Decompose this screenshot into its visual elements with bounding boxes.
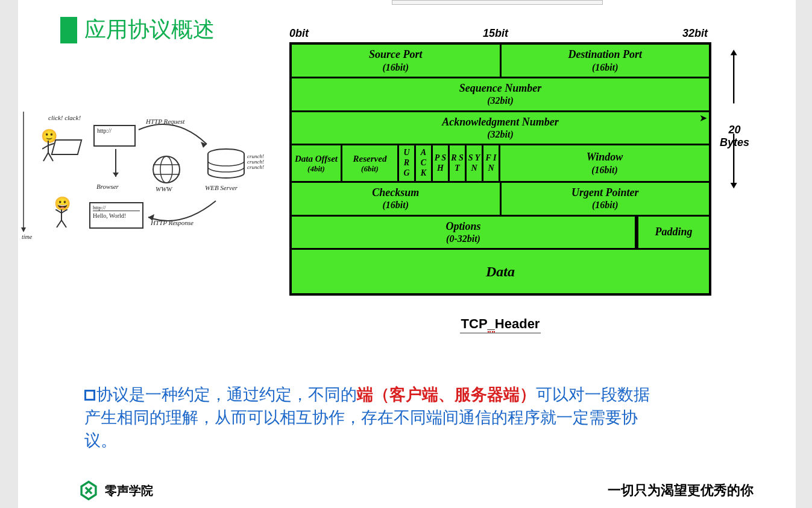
tcp-row-flags: Data Offset (4bit) Reserved (6bit) U R G… xyxy=(292,144,709,180)
tcp-data: Data xyxy=(292,250,709,293)
down-arrow-icon xyxy=(111,149,123,182)
tcp-flag-fin: F I N xyxy=(483,145,500,180)
svg-line-15 xyxy=(61,220,66,227)
svg-line-13 xyxy=(61,209,68,213)
tcp-reserved: Reserved (6bit) xyxy=(342,145,399,180)
label: Padding xyxy=(641,226,707,239)
label: Checksum xyxy=(294,186,497,200)
label: U R G xyxy=(400,148,413,178)
crunch-label: crunch! crunch! crunch! xyxy=(247,154,265,170)
label: P S H xyxy=(434,153,447,174)
svg-line-3 xyxy=(43,153,48,161)
footer: 零声学院 一切只为渴望更优秀的你 xyxy=(78,480,754,501)
label: A C K xyxy=(417,148,430,178)
label: Sequence Number xyxy=(294,82,707,95)
sketch-click-label: click! clack! xyxy=(48,114,81,121)
browser-label: Browser xyxy=(96,183,119,190)
tcp-row-ports: Source Port (16bit) Destination Port (16… xyxy=(292,45,709,77)
webserver-label: WEB Server xyxy=(205,184,238,191)
label: Urgent Pointer xyxy=(504,186,707,200)
desc-part1: 协议是一种约定，通过约定，不同的 xyxy=(96,386,357,404)
globe-icon xyxy=(151,154,182,185)
tcp-ack-number: Acknowledgment Number (32bit) xyxy=(292,112,709,144)
sublabel: (32bit) xyxy=(294,95,707,106)
bit-label-32: 32bit xyxy=(682,27,708,40)
hello-label: Hello, World! xyxy=(93,212,126,219)
tcp-window: Window (16bit) xyxy=(500,145,709,180)
tcp-options: Options (0-32bit) xyxy=(292,217,637,249)
bit-label-15: 15bit xyxy=(483,27,508,40)
label: 20 Bytes xyxy=(720,124,749,149)
label: Data xyxy=(294,263,707,281)
sublabel: (16bit) xyxy=(294,199,497,211)
tcp-row-checksum: Checksum (16bit) Urgent Pointer (16bit) xyxy=(292,181,709,215)
sublabel: (16bit) xyxy=(504,199,707,211)
tcp-row-data: Data xyxy=(292,248,709,293)
footer-brand: 零声学院 xyxy=(105,483,153,499)
server-icon xyxy=(205,148,247,183)
svg-line-1 xyxy=(42,145,48,149)
sublabel: (4bit) xyxy=(294,164,338,174)
label: S Y N xyxy=(468,153,480,174)
label: R S T xyxy=(451,153,464,174)
tcp-data-offset: Data Offset (4bit) xyxy=(292,145,342,180)
tcp-source-port: Source Port (16bit) xyxy=(292,45,502,77)
request-label: HTTP Request xyxy=(146,118,184,125)
title-accent xyxy=(60,17,77,43)
tcp-flag-ack: A C K xyxy=(416,145,433,180)
bullet-icon xyxy=(84,390,95,401)
browser-box-top: http:// xyxy=(93,125,136,147)
bit-label-0: 0bit xyxy=(289,27,309,40)
tcp-flag-rst: R S T xyxy=(450,145,467,180)
tcp-row-ack: Acknowledgment Number (32bit) xyxy=(292,110,709,144)
http-sketch: click! clack! 🙂 http:// HTTP Request Bro… xyxy=(24,118,265,238)
caption-text: TCP_Header xyxy=(460,316,541,334)
tcp-flag-urg: U R G xyxy=(399,145,416,180)
bytes-label: 20 Bytes xyxy=(720,124,749,149)
logo-icon xyxy=(78,480,99,501)
tcp-urgent-pointer: Urgent Pointer (16bit) xyxy=(502,183,710,215)
label: Source Port xyxy=(294,48,497,62)
decorative-bar xyxy=(392,0,603,5)
response-label: HTTP Response xyxy=(151,219,194,226)
tcp-dest-port: Destination Port (16bit) xyxy=(502,45,710,77)
sublabel: (16bit) xyxy=(294,62,497,73)
label: Reserved xyxy=(345,153,395,164)
page-title: 应用协议概述 xyxy=(84,15,215,45)
tcp-table: Source Port (16bit) Destination Port (16… xyxy=(289,42,711,296)
www-label: WWW xyxy=(156,185,172,192)
bit-labels-row: 0bit 15bit 32bit xyxy=(289,27,711,40)
slide-page: 应用协议概述 click! clack! 🙂 http:// HTTP Requ… xyxy=(18,0,796,508)
tcp-flag-psh: P S H xyxy=(433,145,450,180)
footer-left: 零声学院 xyxy=(78,480,153,501)
label: F I N xyxy=(485,153,497,174)
svg-line-12 xyxy=(55,209,61,213)
label: Window xyxy=(503,151,707,164)
tcp-checksum: Checksum (16bit) xyxy=(292,183,502,215)
stick-figure2-icon xyxy=(55,209,74,230)
tcp-row-options: Options (0-32bit) Padding xyxy=(292,215,709,249)
time-axis-icon xyxy=(19,112,28,238)
time-label: time xyxy=(22,233,32,240)
label: Options xyxy=(294,220,632,233)
tcp-flag-syn: S Y N xyxy=(467,145,483,180)
label: Data Offset xyxy=(294,153,338,164)
browser-box-bottom: http:// Hello, World! xyxy=(89,202,143,229)
sublabel: (16bit) xyxy=(504,62,707,73)
laptop-icon xyxy=(51,139,83,155)
tcp-padding: Padding xyxy=(637,217,709,249)
footer-slogan: 一切只为渴望更优秀的你 xyxy=(608,481,754,500)
label: Acknowledgment Number xyxy=(294,116,707,129)
svg-point-7 xyxy=(160,156,172,183)
tcp-sequence-number: Sequence Number (32bit) xyxy=(292,78,709,110)
http-label-2: http:// xyxy=(93,205,140,211)
tcp-row-seq: Sequence Number (32bit) xyxy=(292,77,709,110)
sublabel: (32bit) xyxy=(294,129,707,140)
svg-point-6 xyxy=(153,156,180,183)
http-label: http:// xyxy=(97,127,112,134)
desc-emphasis: 端（客户端、服务器端） xyxy=(357,386,536,404)
tcp-caption: TCP_Header xyxy=(277,316,723,334)
label: Destination Port xyxy=(504,48,707,62)
sublabel: (16bit) xyxy=(503,164,707,176)
sublabel: (0-32bit) xyxy=(294,233,632,244)
